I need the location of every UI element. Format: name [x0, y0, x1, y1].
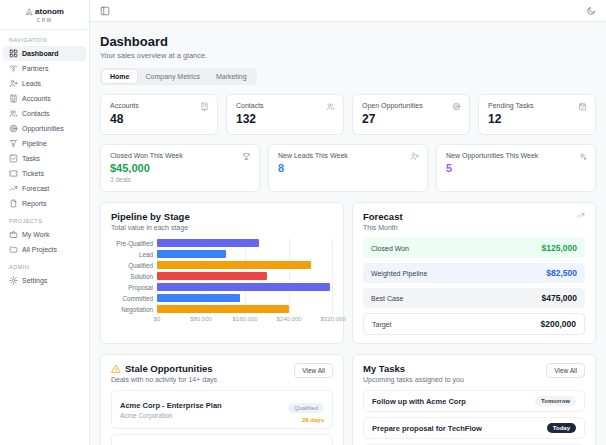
stale-item[interactable]: Acme Corp - Enterprise PlanAcme Corporat… [111, 390, 333, 429]
sidebar-item-leads[interactable]: Leads [3, 76, 86, 91]
forecast-card: Forecast This Month Closed Won $125,000 … [352, 202, 596, 344]
chart-bar [157, 305, 289, 313]
stale-title: Stale Opportunities [125, 363, 213, 374]
chart-bar [157, 261, 311, 269]
stat-value: 48 [110, 112, 208, 126]
sidebar-item-partners[interactable]: Partners [3, 61, 86, 76]
stat-label: Pending Tasks [488, 102, 586, 109]
topbar [90, 0, 606, 22]
nav-section-label: Projects [0, 211, 89, 227]
stale-item[interactable]: TechFlow - Platform LicenseTechFlow Solu… [111, 434, 333, 445]
x-tick: $80,000 [190, 316, 212, 322]
axis-category-label: Lead [111, 251, 157, 258]
sidebar-toggle-button[interactable] [100, 6, 110, 16]
forecast-row-weighted-pipeline: Weighted Pipeline $82,500 [363, 263, 585, 283]
forecast-value: $475,000 [542, 293, 577, 303]
stat-card-contacts: Contacts 132 [226, 94, 344, 135]
check-square-icon [9, 154, 18, 163]
logo[interactable]: atonom CRM [0, 0, 89, 30]
stat-card-pending-tasks: Pending Tasks 12 [478, 94, 596, 135]
trending-up-icon [9, 184, 18, 193]
x-tick: $0 [154, 316, 161, 322]
chart-subtitle: Total value in each stage [111, 224, 333, 231]
sidebar-item-contacts[interactable]: Contacts [3, 106, 86, 121]
axis-category-label: Negotiation [111, 306, 157, 313]
stat-card-accounts: Accounts 48 [100, 94, 218, 135]
calendar-check-icon [578, 102, 587, 111]
week-label: Closed Won This Week [110, 152, 250, 159]
forecast-value: $82,500 [546, 268, 577, 278]
chart-bar [157, 272, 267, 280]
sidebar-item-forecast[interactable]: Forecast [3, 181, 86, 196]
week-label: New Opportunities This Week [446, 152, 586, 159]
theme-toggle-button[interactable] [586, 6, 596, 16]
forecast-row-best-case: Best Case $475,000 [363, 288, 585, 308]
task-item[interactable]: Prepare proposal for TechFlow Today [363, 417, 585, 439]
sidebar: atonom CRM Navigation Dashboard Partners… [0, 0, 90, 445]
tab-marketing[interactable]: Marketing [208, 70, 255, 83]
ticket-icon [9, 169, 18, 178]
stale-list: Acme Corp - Enterprise PlanAcme Corporat… [111, 390, 333, 445]
app-window: atonom CRM Navigation Dashboard Partners… [0, 0, 606, 445]
bottom-row: Stale Opportunities Deals with no activi… [100, 354, 596, 445]
card-new-leads-week: New Leads This Week 8 [268, 144, 428, 192]
handshake-icon [9, 64, 18, 73]
tasks-subtitle: Upcoming tasks assigned to you [363, 376, 464, 383]
sidebar-item-tasks[interactable]: Tasks [3, 151, 86, 166]
stale-subtitle: Deals with no activity for 14+ days [111, 376, 217, 383]
due-badge: Today [547, 423, 576, 433]
stat-label: Accounts [110, 102, 208, 109]
view-all-button[interactable]: View All [294, 363, 333, 378]
briefcase-icon [9, 230, 18, 239]
stale-opportunities-card: Stale Opportunities Deals with no activi… [100, 354, 344, 445]
task-item[interactable]: Follow up with Acme Corp Tomorrow [363, 390, 585, 412]
axis-category-label: Committed [111, 295, 157, 302]
logo-subtext: CRM [4, 17, 85, 23]
axis-category-label: Qualified [111, 262, 157, 269]
middle-row: Pipeline by Stage Total value in each st… [100, 202, 596, 344]
funnel-icon [9, 139, 18, 148]
tab-company-metrics[interactable]: Company Metrics [137, 70, 207, 83]
axis-category-label: Solution [111, 273, 157, 280]
sidebar-item-dashboard[interactable]: Dashboard [3, 46, 86, 61]
panel-left-icon [100, 6, 110, 16]
sidebar-item-reports[interactable]: Reports [3, 196, 86, 211]
stage-badge: Qualified [288, 403, 324, 413]
x-tick: $240,000 [276, 316, 301, 322]
tab-bar: Home Company Metrics Marketing [100, 68, 257, 85]
sidebar-item-pipeline[interactable]: Pipeline [3, 136, 86, 151]
sidebar-item-tickets[interactable]: Tickets [3, 166, 86, 181]
stat-value: 27 [362, 112, 460, 126]
trophy-icon [242, 152, 251, 161]
days-stale: 28 days [288, 417, 324, 423]
page-title: Dashboard [100, 34, 596, 49]
week-label: New Leads This Week [278, 152, 418, 159]
week-value: 5 [446, 162, 586, 174]
gear-icon [9, 276, 18, 285]
trending-up-icon [576, 211, 585, 220]
chart-bar [157, 250, 226, 258]
forecast-value: $125,000 [542, 243, 577, 253]
view-all-button[interactable]: View All [546, 363, 585, 378]
sidebar-item-all-projects[interactable]: All Projects [3, 242, 86, 257]
x-tick: $320,000 [320, 316, 345, 322]
stat-value: 12 [488, 112, 586, 126]
sidebar-item-opportunities[interactable]: Opportunities [3, 121, 86, 136]
forecast-subtitle: This Month [363, 224, 403, 231]
sidebar-item-accounts[interactable]: Accounts [3, 91, 86, 106]
stats-row: Accounts 48 Contacts 132 Open Opportunit… [100, 94, 596, 135]
x-axis: $0 $80,000 $160,000 $240,000 $320,000 [157, 316, 333, 325]
stat-card-open-opportunities: Open Opportunities 27 [352, 94, 470, 135]
warning-icon [111, 364, 121, 374]
sidebar-nav: Navigation Dashboard Partners Leads Acco… [0, 30, 89, 288]
sidebar-item-my-work[interactable]: My Work [3, 227, 86, 242]
axis-category-label: Proposal [111, 284, 157, 291]
chart-bar [157, 239, 259, 247]
card-closed-won-week: Closed Won This Week $45,000 3 deals [100, 144, 260, 192]
tab-home[interactable]: Home [102, 70, 137, 83]
forecast-rows: Closed Won $125,000 Weighted Pipeline $8… [363, 238, 585, 335]
tasks-title: My Tasks [363, 363, 464, 374]
chart-bar [157, 283, 330, 291]
sidebar-item-settings[interactable]: Settings [3, 273, 86, 288]
chart-title: Pipeline by Stage [111, 211, 333, 222]
